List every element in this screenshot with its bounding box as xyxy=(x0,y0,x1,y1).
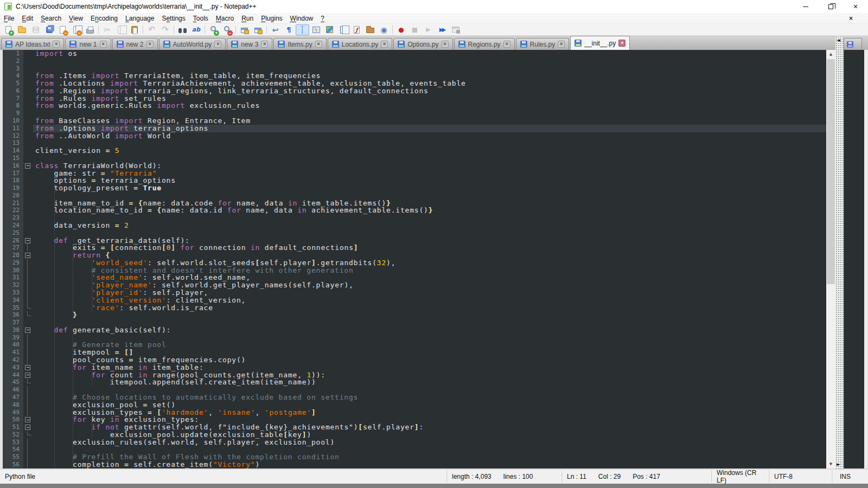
save-button[interactable] xyxy=(29,24,42,35)
redo-button[interactable]: ↷ xyxy=(158,24,172,35)
menu-plugins[interactable]: Plugins xyxy=(257,14,286,23)
menu-view[interactable]: View xyxy=(65,14,87,23)
scroll-up-icon[interactable]: ▲ xyxy=(826,50,835,59)
close-button[interactable]: × xyxy=(843,0,868,13)
code-line[interactable]: 22 location_name_to_id = {name: data.id … xyxy=(3,207,826,214)
zoom-in-button[interactable]: + xyxy=(207,24,220,35)
status-typing-mode[interactable]: INS xyxy=(832,471,868,483)
code-line[interactable]: 55 # Prefill the Wall of Flesh with the … xyxy=(3,453,826,461)
menu-language[interactable]: Language xyxy=(122,14,158,23)
fold-marker-icon[interactable] xyxy=(23,252,33,259)
tab-close-icon[interactable]: × xyxy=(146,41,154,48)
code-line[interactable]: 49 exclusion_types = ['hardmode', 'insan… xyxy=(3,409,826,416)
tab-close-icon[interactable]: × xyxy=(558,41,565,48)
print-button[interactable] xyxy=(83,24,97,35)
code-line[interactable]: 42 pool_counts = item_frequencies.copy() xyxy=(3,356,826,364)
close-all-button[interactable]: − xyxy=(69,24,83,35)
user-defined-dialog-button[interactable]: ϟ xyxy=(309,24,323,35)
undo-button[interactable]: ↶ xyxy=(145,24,158,35)
restore-button[interactable] xyxy=(818,0,843,13)
code-line[interactable]: 31 'seed_name': self.world.seed_name, xyxy=(3,274,826,281)
code-line[interactable]: 35 'race': self.world.is_race xyxy=(3,304,826,312)
menu-settings[interactable]: Settings xyxy=(158,14,189,23)
code-line[interactable]: 48 exclusion_pool = set() xyxy=(3,401,826,409)
fold-marker-icon[interactable] xyxy=(23,364,33,371)
code-line[interactable]: 26 def _get_terraria_data(self): xyxy=(3,237,826,245)
tab-locations.py[interactable]: Locations.py× xyxy=(328,38,392,50)
code-line[interactable]: 17 game: str = "Terraria" xyxy=(3,170,826,177)
status-encoding[interactable]: UTF-8 xyxy=(769,471,832,483)
document-map-button[interactable] xyxy=(323,24,336,35)
code-line[interactable]: 40 # Generate item pool xyxy=(3,341,826,349)
tab-new-2[interactable]: new 2× xyxy=(112,38,158,50)
status-eol-format[interactable]: Windows (CR LF) xyxy=(712,471,769,483)
code-line[interactable]: 24 data_version = 2 xyxy=(3,222,826,229)
cut-button[interactable]: ✂ xyxy=(100,24,114,35)
close-button[interactable]: − xyxy=(56,24,69,35)
tab-new-1[interactable]: new 1× xyxy=(65,38,111,50)
code-line[interactable]: 39 xyxy=(3,334,826,342)
code-line[interactable]: 7from .Rules import set_rules xyxy=(3,95,826,102)
code-line[interactable]: 33 'player_id': self.player, xyxy=(3,289,826,297)
code-line[interactable]: 52 exclusion_pool.update(exclusion_table… xyxy=(3,431,826,439)
code-line[interactable]: 16class TerrariaWorld(World): xyxy=(3,162,826,170)
splitter-collapse-right-icon[interactable]: ► xyxy=(837,461,840,467)
secondary-scrollbar[interactable] xyxy=(864,50,868,468)
document-close-icon[interactable]: × xyxy=(849,15,853,22)
code-line[interactable]: 2 xyxy=(3,57,826,65)
splitter-collapse-left-icon[interactable]: ◄ xyxy=(837,37,840,43)
secondary-tab[interactable] xyxy=(844,38,862,50)
open-file-button[interactable] xyxy=(15,24,29,35)
code-line[interactable]: 34 'client_version': client_version, xyxy=(3,297,826,304)
view-splitter[interactable]: ◄ ► xyxy=(835,36,844,468)
code-line[interactable]: 20 xyxy=(3,192,826,200)
macro-run-multiple-button[interactable]: ▶▶ xyxy=(435,24,449,35)
macro-play-button[interactable]: ▶ xyxy=(422,24,435,35)
code-line[interactable]: 18 options = terraria_options xyxy=(3,177,826,184)
scrollbar-thumb[interactable] xyxy=(827,59,835,284)
code-line[interactable]: 28 return { xyxy=(3,252,826,259)
secondary-editor[interactable] xyxy=(844,50,868,468)
save-all-button[interactable] xyxy=(42,24,56,35)
code-line[interactable]: 8from worlds.generic.Rules import exclus… xyxy=(3,102,826,110)
code-line[interactable]: 32 'player_name': self.world.get_player_… xyxy=(3,281,826,289)
tab-ap-ideas.txt[interactable]: AP Ideas.txt× xyxy=(1,38,64,50)
code-line[interactable]: 29 'world_seed': self.world.slot_seeds[s… xyxy=(3,259,826,267)
menu-run[interactable]: Run xyxy=(238,14,257,23)
word-wrap-button[interactable]: ↩ xyxy=(269,24,282,35)
menu-macro[interactable]: Macro xyxy=(212,14,238,23)
sync-horizontal-scroll-button[interactable] xyxy=(251,24,265,35)
code-line[interactable]: 14client_version = 5 xyxy=(3,147,826,155)
tab-close-icon[interactable]: × xyxy=(381,41,388,48)
tab-close-icon[interactable]: × xyxy=(214,41,221,48)
code-line[interactable]: 21 item_name_to_id = {name: data.code fo… xyxy=(3,200,826,207)
fold-marker-icon[interactable] xyxy=(23,237,33,245)
fold-marker-icon[interactable] xyxy=(23,416,33,423)
code-line[interactable]: 37 xyxy=(3,319,826,326)
document-list-button[interactable] xyxy=(336,24,350,35)
show-all-characters-button[interactable]: ¶ xyxy=(282,24,296,35)
tab-items.py[interactable]: Items.py× xyxy=(273,38,326,50)
tab-__init__.py[interactable]: __init__.py× xyxy=(570,36,630,50)
menu-help[interactable]: ? xyxy=(317,14,328,23)
minimize-button[interactable] xyxy=(793,0,818,13)
code-line[interactable]: 38 def generate_basic(self): xyxy=(3,326,826,334)
code-line[interactable]: 5from .Locations import TerrariaAchievem… xyxy=(3,80,826,87)
macro-record-button[interactable]: ● xyxy=(394,24,408,35)
macro-save-button[interactable] xyxy=(449,24,462,35)
zoom-out-button[interactable]: − xyxy=(220,24,234,35)
code-editor[interactable]: 1import os234from .Items import Terraria… xyxy=(3,50,826,468)
code-line[interactable]: 12from ..AutoWorld import World xyxy=(3,132,826,140)
macro-stop-button[interactable]: ■ xyxy=(408,24,422,35)
code-line[interactable]: 46 xyxy=(3,386,826,394)
code-line[interactable]: 47 # Choose locations to automatically e… xyxy=(3,394,826,401)
tab-rules.py[interactable]: Rules.py× xyxy=(516,38,570,50)
find-button[interactable] xyxy=(176,24,189,35)
code-line[interactable]: 41 itempool = [] xyxy=(3,349,826,356)
code-line[interactable]: 4from .Items import TerrariaItem, item_t… xyxy=(3,72,826,80)
tab-close-icon[interactable]: × xyxy=(100,41,107,48)
fold-marker-icon[interactable] xyxy=(23,326,33,334)
code-line[interactable]: 13 xyxy=(3,139,826,147)
code-line[interactable]: 30 # consistent and doesn't interfere wi… xyxy=(3,267,826,274)
code-line[interactable]: 36 } xyxy=(3,311,826,319)
